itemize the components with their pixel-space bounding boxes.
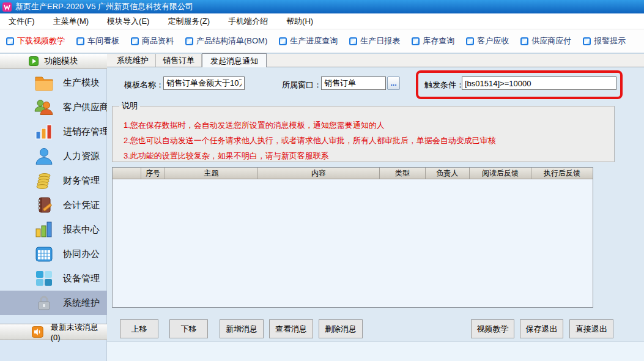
note-line-3: 3.此功能的设置比较复杂，如果不明白，请与新页客服联系 [124,148,614,163]
sidebar-item-hr[interactable]: 人力资源 [0,144,107,168]
sidebar-item-vouchers[interactable]: 会计凭证 [0,193,107,217]
calendar-icon [33,246,55,262]
folder-icon [33,74,55,91]
column-header-read-feedback: 阅读后反馈 [470,168,531,179]
save-exit-button[interactable]: 保存退出 [520,319,563,338]
tab-system-maintenance[interactable]: 系统维护 [110,54,156,67]
inventory-chart-icon [33,123,55,140]
checkbox-icon [185,37,193,45]
trigger-condition-input[interactable] [462,76,616,90]
tab-content: 模板名称： 所属窗口： ... 触发条件： 说明 1.您在保存数据时，会自动发送… [107,67,644,361]
menu-mobile-intro[interactable]: 手机端介绍 [228,16,268,27]
delete-message-button[interactable]: 删除消息 [319,319,363,338]
owner-window-input[interactable] [321,76,386,90]
sidebar-item-finance[interactable]: 财务管理 [0,168,107,193]
notes-groupbox: 说明 1.您在保存数据时，会自动发送您所设置的消息模板，通知您需要通知的人 2.… [112,100,615,162]
checkbox-icon [279,37,287,45]
toolbar-supplier-payable[interactable]: 供应商应付 [520,35,571,47]
shortcut-toolbar: 下载视频教学 车间看板 商品资料 产品结构清单(BOM) 生产进度查询 生产日报… [0,29,644,54]
devices-icon [33,270,55,287]
view-message-button[interactable]: 查看消息 [269,319,313,338]
column-header-owner: 负责人 [426,168,470,179]
sidebar-item-system-maintenance[interactable]: 系统维护 [0,291,107,315]
checkbox-icon [349,37,357,45]
message-table-header: 序号 主题 内容 类型 负责人 阅读后反馈 执行后反馈 [113,168,593,179]
sidebar-unread-messages[interactable]: 最新未读消息(0) [0,324,107,340]
add-message-button[interactable]: 新增消息 [220,319,264,338]
menu-bar: 文件(F) 主菜单(M) 模块导入(E) 定制服务(Z) 手机端介绍 帮助(H) [0,13,644,29]
app-logo-icon [2,2,12,12]
video-tutorial-button[interactable]: 视频教学 [471,319,514,338]
sidebar-item-reports[interactable]: 报表中心 [0,217,107,242]
window-title: 新页生产ERP-2020 V5 广州新页信息科技有限公司 [15,1,193,12]
owner-window-browse-button[interactable]: ... [387,76,400,90]
toolbar-production-progress[interactable]: 生产进度查询 [279,35,338,47]
checkbox-icon [583,37,591,45]
toolbar-customer-receivable[interactable]: 客户应收 [466,35,509,47]
menu-main[interactable]: 主菜单(M) [53,16,89,27]
checkbox-icon [412,37,420,45]
column-header-indicator [113,168,141,179]
sidebar-item-production[interactable]: 生产模块 [0,70,107,95]
toolbar-daily-report[interactable]: 生产日报表 [349,35,400,47]
sidebar-item-inventory[interactable]: 进销存管理 [0,119,107,144]
customers-icon [33,99,55,116]
template-name-label: 模板名称： [124,80,164,91]
checkbox-icon [131,37,139,45]
checkbox-icon [6,37,14,45]
column-header-exec-feedback: 执行后反馈 [531,168,593,179]
coins-icon [33,172,55,189]
exit-button[interactable]: 直接退出 [569,319,613,338]
menu-custom-service[interactable]: 定制服务(Z) [168,16,210,27]
speaker-icon [32,326,43,338]
toolbar-product-data[interactable]: 商品资料 [131,35,174,47]
toolbar-download-video[interactable]: 下载视频教学 [6,35,65,47]
toolbar-workshop-board[interactable]: 车间看板 [76,35,119,47]
report-chart-icon [33,221,55,238]
checkbox-icon [76,37,84,45]
toolbar-inventory-query[interactable]: 库存查询 [412,35,454,47]
play-icon [29,56,39,66]
main-panel: 系统维护 销售订单 发起消息通知 模板名称： 所属窗口： ... 触发条件： 说… [107,54,644,361]
message-table: 序号 主题 内容 类型 负责人 阅读后反馈 执行后反馈 [112,167,593,308]
title-bar: 新页生产ERP-2020 V5 广州新页信息科技有限公司 [0,0,644,13]
ledger-icon [33,196,55,214]
column-header-type: 类型 [380,168,426,179]
sidebar-item-customers-suppliers[interactable]: 客户供应商 [0,95,107,119]
checkbox-icon [520,37,528,45]
sidebar-item-equipment[interactable]: 设备管理 [0,266,107,291]
toolbar-bom[interactable]: 产品结构清单(BOM) [185,35,267,47]
notes-title: 说明 [119,100,140,111]
move-up-button[interactable]: 上移 [120,319,158,338]
tab-strip: 系统维护 销售订单 发起消息通知 [107,54,644,67]
lock-icon [33,294,55,311]
bottom-strip [107,341,644,361]
toolbar-alarm-tips[interactable]: 报警提示 [583,35,626,47]
column-header-content: 内容 [258,168,380,179]
note-line-2: 2.您也可以自动发送一个任务请求他人执行，或者请求他人审批，所有人都审批后，单据… [124,133,614,148]
column-header-subject: 主题 [165,168,258,179]
column-header-seq: 序号 [141,168,165,179]
move-down-button[interactable]: 下移 [169,319,208,338]
note-line-1: 1.您在保存数据时，会自动发送您所设置的消息模板，通知您需要通知的人 [124,117,614,133]
menu-module-import[interactable]: 模块导入(E) [107,16,149,27]
sidebar: 功能模块 生产模块 客户供应商 进销存管理 [0,54,107,361]
tab-send-message-notice[interactable]: 发起消息通知 [202,53,267,67]
template-name-input[interactable] [163,76,245,90]
owner-window-label: 所属窗口： [282,80,322,91]
checkbox-icon [466,37,474,45]
sidebar-item-collaboration[interactable]: 协同办公 [0,242,107,266]
menu-file[interactable]: 文件(F) [9,16,35,27]
person-icon [33,147,55,165]
tab-sales-order[interactable]: 销售订单 [156,54,202,67]
trigger-condition-label: 触发条件： [424,80,464,91]
message-table-body [113,179,593,308]
menu-help[interactable]: 帮助(H) [286,16,313,27]
sidebar-header-function-modules: 功能模块 [0,54,107,69]
